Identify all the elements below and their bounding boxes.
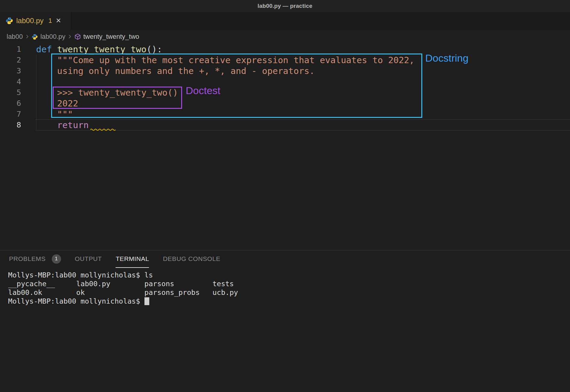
line-number: 7: [0, 109, 36, 120]
symbol-namespace-icon: [74, 33, 81, 40]
tab-label: lab00.py: [16, 17, 44, 25]
terminal-output[interactable]: Mollys-MBP:lab00 mollynicholas$ ls __pyc…: [8, 271, 238, 306]
line-number: 4: [0, 76, 36, 87]
chevron-right-icon: ›: [26, 32, 29, 40]
python-icon: [32, 34, 38, 40]
breadcrumb-folder[interactable]: lab00: [7, 33, 23, 41]
warning-squiggle-icon: [90, 128, 116, 131]
code-line-8: 8 return: [0, 120, 570, 130]
line-number: 5: [0, 87, 36, 98]
code-segment: return: [57, 120, 89, 130]
output-tab-label: OUTPUT: [75, 255, 102, 262]
line-number: 3: [0, 66, 36, 76]
code-segment: ():: [147, 44, 162, 54]
line-number: 2: [0, 55, 36, 66]
tab-output[interactable]: OUTPUT: [75, 250, 102, 268]
doctest-annotation-box: [53, 87, 182, 109]
panel-tab-bar: PROBLEMS 1 OUTPUT TERMINAL DEBUG CONSOLE: [0, 250, 570, 268]
breadcrumb-symbol[interactable]: twenty_twenty_two: [83, 33, 139, 41]
breadcrumb: lab00 › lab00.py › twenty_twenty_two: [0, 29, 570, 44]
chevron-right-icon: ›: [68, 32, 71, 40]
code-segment: twenty_twenty_two: [57, 44, 147, 54]
tab-debug-console[interactable]: DEBUG CONSOLE: [163, 250, 220, 268]
window-title: lab00.py — practice: [258, 3, 312, 9]
title-bar: lab00.py — practice: [0, 0, 570, 12]
tab-terminal[interactable]: TERMINAL: [116, 250, 149, 268]
line-number: 1: [0, 44, 36, 55]
terminal-cursor: [144, 297, 149, 305]
python-icon: [5, 17, 13, 25]
terminal-line: Mollys-MBP:lab00 mollynicholas$ ls: [8, 271, 238, 280]
tab-lab00-py[interactable]: lab00.py 1 ✕: [0, 12, 72, 29]
code-segment: [36, 120, 57, 130]
tab-problems-count: 1: [48, 17, 52, 25]
line-number: 6: [0, 98, 36, 109]
terminal-line: __pycache__ lab00.py parsons tests: [8, 280, 238, 288]
code-editor[interactable]: 1 def twenty_twenty_two(): 2 """Come up …: [0, 44, 570, 250]
terminal-prompt: Mollys-MBP:lab00 mollynicholas$: [8, 297, 144, 305]
doctest-annotation-label: Doctest: [186, 85, 220, 96]
code-line-1: 1 def twenty_twenty_two():: [0, 44, 570, 55]
terminal-prompt-line: Mollys-MBP:lab00 mollynicholas$: [8, 297, 238, 306]
breadcrumb-file[interactable]: lab00.py: [40, 33, 65, 41]
problems-tab-label: PROBLEMS: [9, 255, 46, 262]
code-text: def twenty_twenty_two():: [36, 44, 162, 55]
terminal-tab-label: TERMINAL: [116, 255, 149, 262]
debug-console-tab-label: DEBUG CONSOLE: [163, 255, 220, 262]
editor-tab-bar: lab00.py 1 ✕: [0, 12, 570, 29]
code-text: return: [36, 120, 89, 130]
terminal-line: lab00.ok ok parsons_probs ucb.py: [8, 288, 238, 297]
code-segment: def: [36, 44, 57, 54]
close-icon[interactable]: ✕: [56, 17, 61, 25]
line-number: 8: [0, 120, 36, 130]
docstring-annotation-label: Docstring: [425, 52, 469, 64]
tab-problems[interactable]: PROBLEMS 1: [9, 250, 61, 268]
problems-count-badge: 1: [52, 254, 61, 264]
